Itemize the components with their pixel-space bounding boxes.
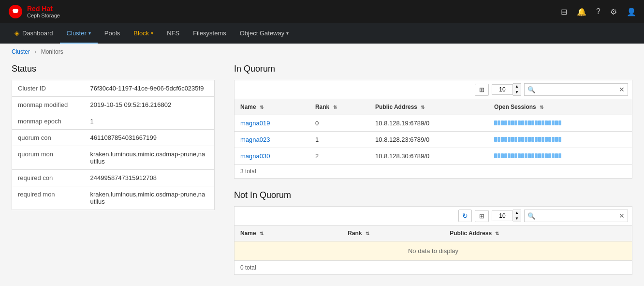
session-dot bbox=[552, 120, 555, 125]
session-dot bbox=[521, 137, 524, 142]
in-quorum-clear-search-button[interactable]: ✕ bbox=[616, 84, 628, 95]
session-dot bbox=[494, 137, 497, 142]
not-in-quorum-footer: 0 total bbox=[234, 261, 632, 275]
session-dot bbox=[521, 120, 524, 125]
niq-address-sort-icon: ⇅ bbox=[495, 231, 499, 236]
session-dot bbox=[542, 137, 544, 142]
not-in-quorum-grid-view-button[interactable]: ⊞ bbox=[475, 210, 489, 222]
session-dot bbox=[498, 153, 500, 158]
status-key: Cluster ID bbox=[12, 80, 85, 97]
not-in-quorum-page-size-wrap: ▲ ▼ bbox=[492, 210, 521, 222]
not-in-quorum-page-size-input[interactable] bbox=[492, 211, 513, 221]
session-dot bbox=[558, 153, 561, 158]
in-quorum-col-rank[interactable]: Rank ⇅ bbox=[309, 99, 369, 115]
in-quorum-search-input[interactable] bbox=[539, 85, 616, 94]
in-quorum-spinner: ▲ ▼ bbox=[513, 83, 521, 96]
monitor-link[interactable]: magna019 bbox=[240, 120, 270, 127]
session-dot bbox=[501, 137, 504, 142]
session-dot bbox=[508, 153, 511, 158]
monitor-link[interactable]: magna023 bbox=[240, 136, 270, 143]
svg-point-1 bbox=[13, 9, 18, 12]
in-quorum-col-sessions[interactable]: Open Sessions ⇅ bbox=[488, 99, 632, 115]
session-dot bbox=[558, 137, 561, 142]
status-row: monmap modified2019-10-15 09:52:16.21680… bbox=[12, 97, 215, 113]
session-dot bbox=[538, 120, 541, 125]
status-key: monmap epoch bbox=[12, 113, 85, 130]
session-dot bbox=[531, 137, 534, 142]
session-dot bbox=[494, 120, 497, 125]
task-icon[interactable]: ⊟ bbox=[561, 7, 567, 16]
session-dot bbox=[521, 153, 524, 158]
status-row: quorum monkraken,luminous,mimic,osdmap-p… bbox=[12, 146, 215, 170]
not-in-quorum-table: Name ⇅ Rank ⇅ Public Address ⇅ No data t… bbox=[234, 225, 632, 261]
nav-filesystems[interactable]: Filesystems bbox=[186, 23, 233, 44]
table-row: magna030 2 10.8.128.30:6789/0 bbox=[234, 148, 632, 165]
status-table: Cluster ID76f30c40-1197-41ce-9e06-5dcf6c… bbox=[12, 80, 215, 210]
in-quorum-col-name[interactable]: Name ⇅ bbox=[234, 99, 309, 115]
in-quorum-page-size-down[interactable]: ▼ bbox=[513, 90, 521, 95]
in-quorum-toolbar: ⊞ ▲ ▼ 🔍 ✕ bbox=[234, 80, 632, 99]
status-row: required con2449958747315912708 bbox=[12, 170, 215, 186]
not-in-quorum-search-input[interactable] bbox=[539, 211, 616, 221]
session-dot bbox=[525, 120, 527, 125]
user-icon[interactable]: 👤 bbox=[627, 7, 636, 16]
in-quorum-col-address[interactable]: Public Address ⇅ bbox=[369, 99, 488, 115]
in-quorum-table: Name ⇅ Rank ⇅ Public Address ⇅ Open Sess… bbox=[234, 99, 632, 165]
in-quorum-grid-view-button[interactable]: ⊞ bbox=[475, 84, 489, 96]
not-in-quorum-search-icon[interactable]: 🔍 bbox=[525, 211, 539, 222]
top-bar: Red Hat Ceph Storage ⊟ 🔔 ? ⚙ 👤 bbox=[0, 0, 644, 23]
not-in-quorum-page-size-down[interactable]: ▼ bbox=[513, 216, 521, 222]
logo-redhat: Red Hat bbox=[27, 5, 60, 13]
not-in-quorum-col-rank[interactable]: Rank ⇅ bbox=[342, 226, 444, 241]
session-dot bbox=[528, 153, 531, 158]
in-quorum-page-size-up[interactable]: ▲ bbox=[513, 84, 521, 90]
bell-icon[interactable]: 🔔 bbox=[577, 7, 586, 16]
session-dot bbox=[528, 120, 531, 125]
nav-object-gateway[interactable]: Object Gateway ▾ bbox=[233, 23, 296, 44]
dashboard-icon: ◈ bbox=[15, 30, 19, 37]
session-dot bbox=[545, 120, 548, 125]
session-dot bbox=[518, 137, 521, 142]
address-sort-icon: ⇅ bbox=[421, 105, 424, 110]
not-in-quorum-title: Not In Quorum bbox=[234, 190, 632, 200]
nav-dashboard[interactable]: ◈ Dashboard bbox=[8, 23, 60, 44]
nav-cluster[interactable]: Cluster ▾ bbox=[60, 23, 98, 44]
session-dot bbox=[535, 153, 538, 158]
table-row: magna023 1 10.8.128.23:6789/0 bbox=[234, 132, 632, 148]
row-address: 10.8.128.30:6789/0 bbox=[369, 148, 488, 165]
session-dot bbox=[525, 153, 527, 158]
not-in-quorum-col-name[interactable]: Name ⇅ bbox=[234, 226, 342, 241]
rank-sort-icon: ⇅ bbox=[333, 105, 337, 110]
status-value: 1 bbox=[85, 113, 215, 130]
status-key: required mon bbox=[12, 186, 85, 210]
not-in-quorum-clear-search-button[interactable]: ✕ bbox=[616, 210, 628, 222]
status-title: Status bbox=[12, 64, 215, 74]
session-dot bbox=[531, 153, 534, 158]
session-dot bbox=[504, 120, 507, 125]
session-dot bbox=[508, 120, 511, 125]
settings-icon[interactable]: ⚙ bbox=[610, 7, 617, 16]
session-dot bbox=[542, 120, 544, 125]
not-in-quorum-col-address[interactable]: Public Address ⇅ bbox=[444, 226, 632, 241]
nav-pools[interactable]: Pools bbox=[98, 23, 127, 44]
status-value: 2019-10-15 09:52:16.216802 bbox=[85, 97, 215, 113]
two-column-layout: Status Cluster ID76f30c40-1197-41ce-9e06… bbox=[12, 64, 632, 275]
breadcrumb-separator: › bbox=[34, 48, 36, 55]
breadcrumb-parent[interactable]: Cluster bbox=[12, 48, 30, 55]
in-quorum-section: In Quorum ⊞ ▲ ▼ 🔍 ✕ bbox=[234, 64, 632, 179]
in-quorum-search-icon[interactable]: 🔍 bbox=[525, 84, 539, 95]
not-in-quorum-refresh-button[interactable]: ↻ bbox=[458, 210, 472, 222]
help-icon[interactable]: ? bbox=[596, 7, 600, 16]
session-dot bbox=[545, 137, 548, 142]
row-name: magna030 bbox=[234, 148, 309, 165]
logo-area: Red Hat Ceph Storage bbox=[8, 4, 60, 19]
niq-rank-sort-icon: ⇅ bbox=[366, 231, 369, 236]
in-quorum-page-size-input[interactable] bbox=[492, 84, 513, 95]
nav-block[interactable]: Block ▾ bbox=[127, 23, 160, 44]
not-in-quorum-page-size-up[interactable]: ▲ bbox=[513, 210, 521, 216]
object-gateway-caret-icon: ▾ bbox=[286, 30, 289, 36]
session-dot bbox=[548, 153, 551, 158]
nav-nfs[interactable]: NFS bbox=[160, 23, 186, 44]
session-dot bbox=[514, 137, 517, 142]
monitor-link[interactable]: magna030 bbox=[240, 152, 270, 160]
